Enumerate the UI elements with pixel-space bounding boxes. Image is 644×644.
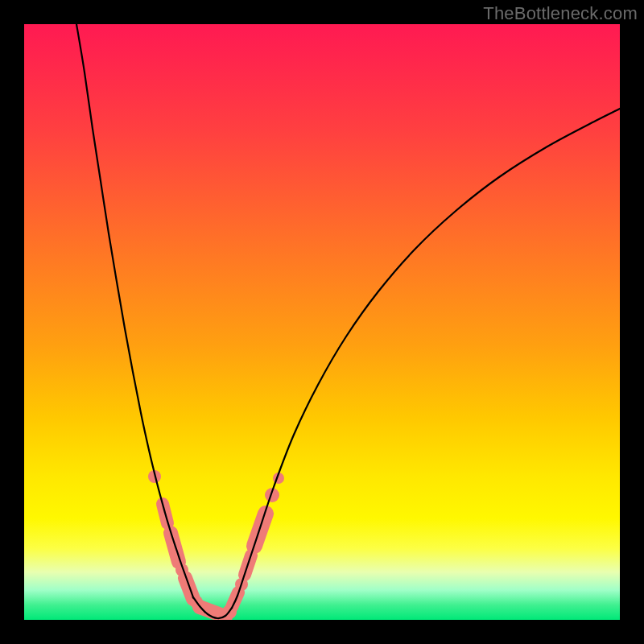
watermark-label: TheBottleneck.com: [483, 3, 638, 24]
marker-segment: [200, 607, 225, 617]
chart-plot-area: [24, 24, 620, 620]
valley-markers-layer: [148, 470, 284, 619]
chart-svg: [24, 24, 620, 620]
bottleneck-curve: [76, 24, 620, 618]
